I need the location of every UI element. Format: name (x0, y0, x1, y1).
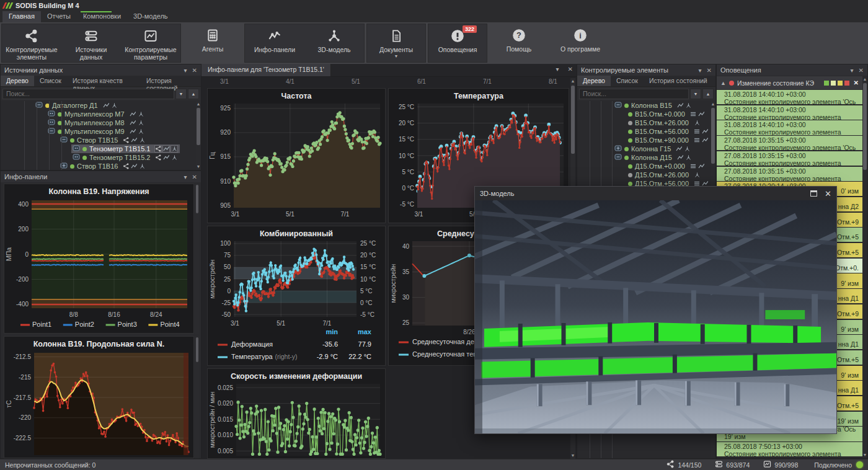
tree-item-Колонна Д15[interactable]: Колонна Д15 (577, 153, 711, 162)
tree-item-Даталоггер Д1[interactable]: Даталоггер Д1 (1, 101, 196, 110)
3d-building-scene[interactable] (475, 200, 836, 433)
chart-mini-icon[interactable] (130, 128, 136, 135)
window-3d-titlebar[interactable]: 3D-модель ✕ (475, 187, 836, 200)
collapse-icon[interactable] (73, 154, 80, 161)
branch-mini-icon[interactable] (139, 163, 145, 169)
tab-История качеств данных[interactable]: История качеств данных (67, 76, 141, 86)
close-icon[interactable]: ✕ (825, 189, 831, 198)
tree-item-Тензометр Т1В15.1[interactable]: Тензометр Т1В15.1 (1, 144, 196, 153)
pin-menu-icon[interactable]: ▾ (699, 67, 702, 74)
branch-mini-icon[interactable] (685, 102, 691, 109)
chart-mini-icon[interactable] (676, 146, 682, 152)
search-up-button[interactable]: ▲ (702, 89, 714, 99)
sources-scrollbar[interactable]: ▲▼ (196, 101, 201, 170)
pin-menu-icon[interactable]: ▾ (851, 67, 854, 74)
chart-mini-icon[interactable] (698, 111, 704, 117)
tree-item-Д15.Отм.+0.000[interactable]: Д15.Отм.+0.000 (577, 162, 711, 171)
tree-item-Мультиплексор М7[interactable]: Мультиплексор М7 (1, 110, 196, 118)
list-mini-icon[interactable] (694, 128, 700, 135)
toolbar-button-help[interactable]: ?Помощь (489, 24, 549, 63)
branch-mini-icon[interactable] (685, 154, 691, 161)
toolbar-button-monitored-params[interactable]: Контролируемыепараметры (121, 24, 180, 62)
list-mini-icon[interactable] (690, 163, 696, 169)
branch-mini-icon[interactable] (139, 137, 145, 143)
tab-Дерево[interactable]: Дерево (1, 76, 34, 86)
alert-row[interactable]: 27.08.2018 10:35:15 +03:00Состояние конт… (717, 151, 862, 166)
expand-icon[interactable] (614, 145, 622, 153)
search-up-button[interactable]: ▲ (188, 89, 199, 99)
toolbar-button-agents[interactable]: Агенты (183, 24, 242, 63)
branch-mini-icon[interactable] (138, 111, 144, 117)
search-down-button[interactable]: ▼ (175, 89, 187, 99)
close-icon[interactable]: ✕ (192, 67, 197, 74)
tree-item-Тензометр Т1В15.2[interactable]: Тензометр Т1В15.2 (1, 153, 196, 162)
search-input[interactable] (579, 89, 689, 99)
share-mini-icon[interactable] (123, 137, 129, 143)
collapse-icon[interactable] (73, 145, 80, 153)
list-mini-icon[interactable] (690, 111, 696, 117)
tab-Список[interactable]: Список (611, 76, 644, 86)
chart-mini-icon[interactable] (130, 120, 136, 126)
branch-mini-icon[interactable] (138, 128, 144, 135)
tree-item-Створ Т1В16[interactable]: Створ Т1В16 (1, 162, 196, 170)
maximize-icon[interactable] (810, 190, 817, 197)
toolbar-button-alerts[interactable]: Оповещения322 (428, 24, 487, 63)
tree-item-В15.Отм.+26.000[interactable]: В15.Отм.+26.000 (577, 118, 711, 127)
alert-close-icon[interactable]: ✕ (854, 79, 859, 86)
chart-mini-icon[interactable] (677, 154, 683, 161)
alert-row[interactable]: 31.08.2018 14:40:10 +03:00Состояние конт… (717, 120, 862, 135)
chart-mini-icon[interactable] (131, 163, 137, 169)
close-icon[interactable]: ✕ (707, 67, 712, 74)
alert-row[interactable]: 31.08.2018 14:40:10 +03:00Состояние конт… (717, 105, 862, 120)
tree-item-Мультиплексор М9[interactable]: Мультиплексор М9 (1, 127, 196, 136)
menu-tab-Компоновки[interactable]: Компоновки (77, 11, 127, 22)
collapse-icon[interactable] (614, 102, 622, 109)
share-mini-icon[interactable] (155, 154, 161, 161)
tree-item-Колонна В15[interactable]: Колонна В15 (577, 101, 711, 110)
toolbar-button-info-panels[interactable]: Инфо-панели (245, 24, 304, 62)
chart-mini-icon[interactable] (702, 128, 708, 135)
alert-row[interactable]: 27.08.2018 10:35:15 +03:00Состояние конт… (717, 167, 862, 181)
branch-mini-icon[interactable] (694, 172, 700, 178)
alert-row[interactable]: 25.08.2018 7:50:13 +03:00Состояние контр… (717, 442, 862, 456)
alert-row[interactable]: 31.08.2018 14:40:10 +03:00Состояние конт… (717, 90, 862, 104)
alert-group-header[interactable]: ▲ Изменение состояние КЭ ✕ (717, 76, 862, 89)
tree-item-Колонна Г15[interactable]: Колонна Г15 (577, 144, 711, 153)
tab-Список[interactable]: Список (34, 76, 67, 86)
alert-row[interactable]: 27.08.2018 10:35:15 +03:00Состояние конт… (717, 136, 862, 150)
tree-item-В15.Отм.+90.000[interactable]: В15.Отм.+90.000 (577, 136, 711, 144)
branch-mini-icon[interactable] (684, 146, 690, 152)
close-icon[interactable]: ✕ (192, 174, 197, 180)
tree-item-Мультиплексор М8[interactable]: Мультиплексор М8 (1, 118, 196, 127)
toolbar-button-data-sources[interactable]: Источникиданных (61, 24, 121, 62)
menu-tab-3D-модель[interactable]: 3D-модель (127, 11, 174, 22)
toolbar-button-about[interactable]: iО программе (551, 24, 610, 63)
left-chart2-scrollbar[interactable] (195, 336, 199, 458)
chart-mini-icon[interactable] (677, 102, 683, 109)
tree-item-В15.Отм.+0.000[interactable]: В15.Отм.+0.000 (577, 110, 711, 118)
chevron-down-icon[interactable]: ▼ (394, 54, 399, 58)
chart-mini-icon[interactable] (163, 154, 169, 161)
chart-mini-icon[interactable] (163, 146, 169, 152)
menu-tab-Отчеты[interactable]: Отчеты (41, 11, 77, 22)
tab-Дерево[interactable]: Дерево (577, 76, 611, 86)
chart-mini-icon[interactable] (131, 137, 137, 143)
tree-item-В15.Отм.+56.000[interactable]: В15.Отм.+56.000 (577, 127, 711, 136)
share-mini-icon[interactable] (155, 146, 161, 152)
chart-mini-icon[interactable] (702, 137, 708, 143)
branch-mini-icon[interactable] (171, 146, 177, 152)
share-mini-icon[interactable] (123, 163, 129, 169)
toolbar-button-documents[interactable]: Документы▼ (366, 24, 426, 63)
collapse-icon[interactable] (614, 154, 622, 161)
tab-История состояний[interactable]: История состояний (644, 76, 713, 86)
left-chart-scrollbar[interactable] (195, 184, 199, 334)
chart-mini-icon[interactable] (698, 163, 704, 169)
chart-mini-icon[interactable] (103, 102, 109, 109)
tab-close-icon[interactable]: ✕ (568, 66, 573, 76)
search-input[interactable] (2, 89, 174, 99)
pin-menu-icon[interactable]: ▾ (184, 174, 187, 180)
branch-mini-icon[interactable] (171, 154, 177, 161)
branch-mini-icon[interactable] (138, 120, 144, 126)
toolbar-button-monitored-elements[interactable]: Контролируемыеэлементы (2, 24, 61, 62)
list-mini-icon[interactable] (694, 137, 700, 143)
